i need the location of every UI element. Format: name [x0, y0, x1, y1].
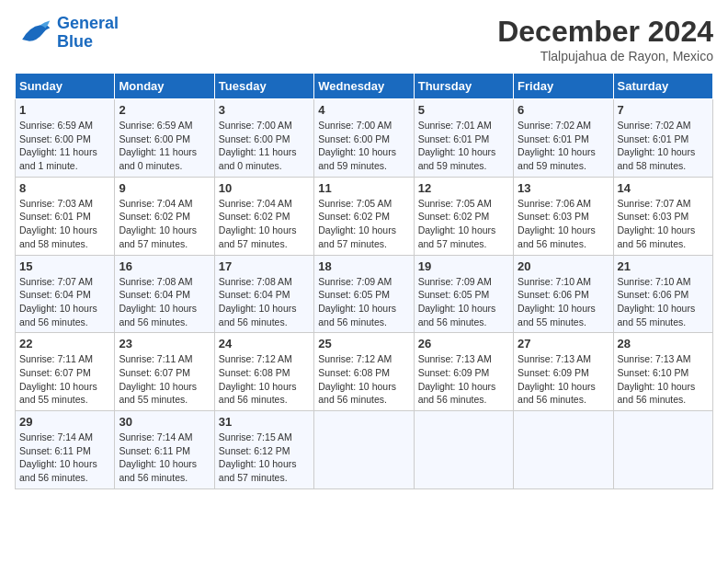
- location: Tlalpujahua de Rayon, Mexico: [497, 49, 713, 63]
- calendar-day-cell: 16Sunrise: 7:08 AM Sunset: 6:04 PM Dayli…: [115, 255, 214, 333]
- day-info: Sunrise: 7:10 AM Sunset: 6:06 PM Dayligh…: [618, 275, 709, 329]
- day-number: 7: [618, 103, 709, 117]
- logo-icon: [15, 19, 51, 47]
- calendar-table: SundayMondayTuesdayWednesdayThursdayFrid…: [15, 73, 713, 489]
- day-info: Sunrise: 7:02 AM Sunset: 6:01 PM Dayligh…: [518, 119, 609, 173]
- title-block: December 2024 Tlalpujahua de Rayon, Mexi…: [497, 15, 713, 63]
- calendar-day-cell: 30Sunrise: 7:14 AM Sunset: 6:11 PM Dayli…: [115, 411, 214, 489]
- day-number: 19: [418, 259, 509, 273]
- day-info: Sunrise: 7:05 AM Sunset: 6:02 PM Dayligh…: [318, 197, 409, 251]
- day-number: 29: [19, 415, 110, 429]
- calendar-day-cell: 26Sunrise: 7:13 AM Sunset: 6:09 PM Dayli…: [414, 333, 513, 411]
- calendar-day-cell: 3Sunrise: 7:00 AM Sunset: 6:00 PM Daylig…: [214, 99, 313, 178]
- day-number: 17: [219, 259, 310, 273]
- day-info: Sunrise: 7:10 AM Sunset: 6:06 PM Dayligh…: [518, 275, 609, 329]
- day-info: Sunrise: 7:09 AM Sunset: 6:05 PM Dayligh…: [418, 275, 509, 329]
- day-info: Sunrise: 7:13 AM Sunset: 6:09 PM Dayligh…: [518, 352, 609, 407]
- calendar-day-cell: 2Sunrise: 6:59 AM Sunset: 6:00 PM Daylig…: [115, 99, 214, 178]
- calendar-day-cell: 15Sunrise: 7:07 AM Sunset: 6:04 PM Dayli…: [16, 255, 115, 333]
- calendar-day-cell: 20Sunrise: 7:10 AM Sunset: 6:06 PM Dayli…: [514, 255, 613, 333]
- day-number: 11: [318, 181, 409, 195]
- day-number: 20: [518, 259, 609, 273]
- day-number: 3: [219, 103, 310, 117]
- day-info: Sunrise: 7:00 AM Sunset: 6:00 PM Dayligh…: [318, 119, 409, 173]
- day-number: 26: [418, 337, 509, 350]
- day-number: 15: [19, 259, 110, 273]
- day-number: 25: [318, 337, 409, 350]
- day-number: 10: [219, 181, 310, 195]
- day-info: Sunrise: 7:04 AM Sunset: 6:02 PM Dayligh…: [219, 197, 310, 251]
- logo-text: General Blue: [57, 15, 119, 52]
- day-info: Sunrise: 6:59 AM Sunset: 6:00 PM Dayligh…: [19, 119, 110, 173]
- calendar-day-cell: 10Sunrise: 7:04 AM Sunset: 6:02 PM Dayli…: [214, 177, 313, 255]
- day-number: 21: [618, 259, 709, 273]
- day-info: Sunrise: 7:11 AM Sunset: 6:07 PM Dayligh…: [19, 352, 110, 407]
- calendar-day-cell: 22Sunrise: 7:11 AM Sunset: 6:07 PM Dayli…: [16, 333, 115, 411]
- calendar-day-cell: 24Sunrise: 7:12 AM Sunset: 6:08 PM Dayli…: [214, 333, 313, 411]
- calendar-week-row: 1Sunrise: 6:59 AM Sunset: 6:00 PM Daylig…: [16, 99, 713, 178]
- day-number: 1: [19, 103, 110, 117]
- day-number: 24: [219, 337, 310, 350]
- col-header-saturday: Saturday: [613, 74, 712, 99]
- day-info: Sunrise: 7:02 AM Sunset: 6:01 PM Dayligh…: [618, 119, 709, 173]
- col-header-tuesday: Tuesday: [214, 74, 313, 99]
- calendar-day-cell: [514, 411, 613, 489]
- day-number: 13: [518, 181, 609, 195]
- calendar-day-cell: [414, 411, 513, 489]
- day-number: 14: [618, 181, 709, 195]
- calendar-day-cell: 17Sunrise: 7:08 AM Sunset: 6:04 PM Dayli…: [214, 255, 313, 333]
- month-title: December 2024: [497, 15, 713, 49]
- calendar-week-row: 29Sunrise: 7:14 AM Sunset: 6:11 PM Dayli…: [16, 411, 713, 489]
- day-number: 12: [418, 181, 509, 195]
- day-number: 16: [119, 259, 210, 273]
- day-info: Sunrise: 7:07 AM Sunset: 6:03 PM Dayligh…: [618, 197, 709, 251]
- day-number: 30: [119, 415, 210, 429]
- day-info: Sunrise: 6:59 AM Sunset: 6:00 PM Dayligh…: [119, 119, 210, 173]
- day-number: 18: [318, 259, 409, 273]
- day-number: 23: [119, 337, 210, 350]
- calendar-day-cell: 11Sunrise: 7:05 AM Sunset: 6:02 PM Dayli…: [314, 177, 414, 255]
- calendar-week-row: 15Sunrise: 7:07 AM Sunset: 6:04 PM Dayli…: [16, 255, 713, 333]
- col-header-thursday: Thursday: [414, 74, 513, 99]
- col-header-friday: Friday: [514, 74, 613, 99]
- day-number: 2: [119, 103, 210, 117]
- calendar-day-cell: [314, 411, 414, 489]
- col-header-wednesday: Wednesday: [314, 74, 414, 99]
- calendar-day-cell: 13Sunrise: 7:06 AM Sunset: 6:03 PM Dayli…: [514, 177, 613, 255]
- day-info: Sunrise: 7:13 AM Sunset: 6:09 PM Dayligh…: [418, 352, 509, 407]
- day-number: 22: [19, 337, 110, 350]
- day-info: Sunrise: 7:08 AM Sunset: 6:04 PM Dayligh…: [219, 275, 310, 329]
- day-number: 9: [119, 181, 210, 195]
- col-header-monday: Monday: [115, 74, 214, 99]
- day-info: Sunrise: 7:15 AM Sunset: 6:12 PM Dayligh…: [219, 431, 310, 485]
- calendar-day-cell: 23Sunrise: 7:11 AM Sunset: 6:07 PM Dayli…: [115, 333, 214, 411]
- calendar-day-cell: 8Sunrise: 7:03 AM Sunset: 6:01 PM Daylig…: [16, 177, 115, 255]
- day-info: Sunrise: 7:08 AM Sunset: 6:04 PM Dayligh…: [119, 275, 210, 329]
- calendar-week-row: 8Sunrise: 7:03 AM Sunset: 6:01 PM Daylig…: [16, 177, 713, 255]
- day-number: 5: [418, 103, 509, 117]
- calendar-day-cell: 7Sunrise: 7:02 AM Sunset: 6:01 PM Daylig…: [613, 99, 712, 178]
- day-info: Sunrise: 7:00 AM Sunset: 6:00 PM Dayligh…: [219, 119, 310, 173]
- day-info: Sunrise: 7:04 AM Sunset: 6:02 PM Dayligh…: [119, 197, 210, 251]
- calendar-day-cell: [613, 411, 712, 489]
- calendar-day-cell: 19Sunrise: 7:09 AM Sunset: 6:05 PM Dayli…: [414, 255, 513, 333]
- day-info: Sunrise: 7:01 AM Sunset: 6:01 PM Dayligh…: [418, 119, 509, 173]
- day-info: Sunrise: 7:03 AM Sunset: 6:01 PM Dayligh…: [19, 197, 110, 251]
- calendar-day-cell: 6Sunrise: 7:02 AM Sunset: 6:01 PM Daylig…: [514, 99, 613, 178]
- calendar-day-cell: 14Sunrise: 7:07 AM Sunset: 6:03 PM Dayli…: [613, 177, 712, 255]
- day-info: Sunrise: 7:06 AM Sunset: 6:03 PM Dayligh…: [518, 197, 609, 251]
- day-number: 6: [518, 103, 609, 117]
- day-info: Sunrise: 7:07 AM Sunset: 6:04 PM Dayligh…: [19, 275, 110, 329]
- calendar-day-cell: 5Sunrise: 7:01 AM Sunset: 6:01 PM Daylig…: [414, 99, 513, 178]
- day-number: 28: [618, 337, 709, 350]
- day-info: Sunrise: 7:12 AM Sunset: 6:08 PM Dayligh…: [318, 352, 409, 407]
- day-info: Sunrise: 7:05 AM Sunset: 6:02 PM Dayligh…: [418, 197, 509, 251]
- logo: General Blue: [15, 15, 119, 52]
- day-info: Sunrise: 7:11 AM Sunset: 6:07 PM Dayligh…: [119, 352, 210, 407]
- calendar-day-cell: 25Sunrise: 7:12 AM Sunset: 6:08 PM Dayli…: [314, 333, 414, 411]
- col-header-sunday: Sunday: [16, 74, 115, 99]
- day-number: 4: [318, 103, 409, 117]
- calendar-day-cell: 18Sunrise: 7:09 AM Sunset: 6:05 PM Dayli…: [314, 255, 414, 333]
- calendar-day-cell: 21Sunrise: 7:10 AM Sunset: 6:06 PM Dayli…: [613, 255, 712, 333]
- day-number: 31: [219, 415, 310, 429]
